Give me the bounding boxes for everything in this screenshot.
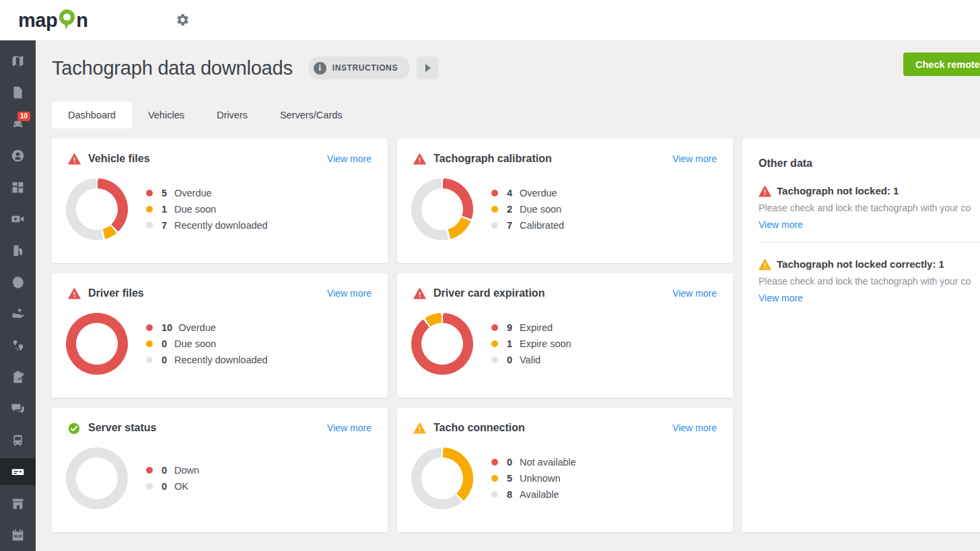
legend-value: 1 — [507, 338, 514, 349]
sidebar-item-alert-seal[interactable] — [0, 268, 36, 295]
legend-value: 1 — [162, 204, 168, 215]
legend-row: 5Unknown — [491, 470, 576, 486]
sidebar-item-tachograph[interactable] — [0, 458, 36, 485]
sidebar-item-hand-coin[interactable] — [0, 300, 36, 327]
legend-value: 0 — [507, 355, 514, 365]
legend-label: Recently downloaded — [174, 355, 268, 365]
legend-label: Down — [174, 465, 199, 476]
view-more-link[interactable]: View more — [327, 288, 372, 299]
tab-servers-cards[interactable]: Servers/Cards — [264, 102, 359, 128]
legend-row: 8Available — [491, 486, 576, 503]
view-more-link[interactable]: View more — [672, 288, 717, 299]
logo-text-n: n — [76, 7, 88, 34]
page-title: Tachograph data downloads — [52, 57, 293, 79]
card-header: Tachograph calibrationView more — [397, 139, 733, 165]
sidebar-item-user[interactable] — [0, 142, 36, 169]
other-item-title: Tachograph not locked: 1 — [777, 185, 899, 196]
card-body: 5Overdue1Due soon7Recently downloaded — [52, 165, 388, 263]
video-camera-icon — [11, 212, 25, 226]
legend-value: 4 — [507, 188, 514, 198]
view-more-link[interactable]: View more — [759, 293, 803, 303]
legend-dot — [491, 475, 498, 482]
sidebar-item-route-pins[interactable] — [0, 332, 36, 359]
warning-red-icon — [413, 153, 426, 165]
view-more-link[interactable]: View more — [327, 423, 372, 433]
card-title: Tachograph calibration — [433, 153, 552, 165]
chart-legend: 5Overdue1Due soon7Recently downloaded — [146, 185, 268, 233]
view-more-link[interactable]: View more — [759, 219, 803, 230]
legend-value: 8 — [507, 489, 514, 500]
calendar-new-icon: NEW — [11, 528, 25, 542]
sidebar-item-document[interactable] — [0, 79, 36, 106]
legend-value: 9 — [507, 322, 514, 333]
sidebar-item-calendar-new[interactable]: NEW — [0, 521, 36, 548]
legend-value: 0 — [162, 338, 168, 349]
sidebar-item-transport[interactable] — [0, 427, 36, 453]
legend-dot — [146, 324, 153, 331]
user-icon — [11, 149, 25, 163]
legend-label: Overdue — [174, 188, 212, 198]
sidebar-item-fleet-car[interactable]: 10 — [0, 110, 36, 137]
donut-chart — [411, 178, 473, 240]
other-item-header: Tachograph not locked: 1 — [759, 185, 980, 196]
logo-text-map: map — [18, 7, 57, 34]
legend-dot — [491, 340, 498, 347]
legend-value: 7 — [507, 220, 514, 231]
other-item-header: Tachograph not locked correctly: 1 — [759, 258, 980, 270]
chart-legend: 10Overdue0Due soon0Recently downloaded — [146, 320, 268, 368]
legend-row: 5Overdue — [146, 185, 268, 201]
legend-value: 0 — [162, 355, 168, 365]
sidebar-item-store[interactable] — [0, 490, 36, 517]
legend-row: 0Down — [146, 462, 199, 478]
donut-chart — [411, 313, 473, 375]
check-remote-download-button[interactable]: Check remote d — [903, 52, 980, 76]
legend-row: 1Expire soon — [491, 336, 571, 352]
tab-bar: DashboardVehiclesDriversServers/Cards — [52, 102, 980, 128]
play-video-button[interactable] — [417, 57, 438, 79]
warning-red-icon — [68, 153, 81, 165]
legend-dot — [491, 324, 498, 331]
sidebar-item-video-camera[interactable] — [0, 205, 36, 232]
card-title: Server status — [88, 422, 156, 434]
legend-value: 0 — [162, 481, 168, 492]
view-more-link[interactable]: View more — [327, 153, 372, 164]
instructions-button[interactable]: i INSTRUCTIONS — [308, 57, 410, 79]
legend-label: Due soon — [174, 204, 216, 215]
sidebar-item-chat[interactable] — [0, 395, 36, 422]
mapon-logo[interactable]: map n — [18, 7, 88, 34]
sidebar-item-fuel[interactable] — [0, 237, 36, 264]
legend-value: 7 — [162, 220, 168, 231]
settings-gear-icon[interactable] — [176, 13, 190, 27]
legend-row: 10Overdue — [146, 320, 268, 336]
card-title: Driver files — [88, 287, 144, 299]
legend-dot — [491, 491, 498, 498]
sidebar-item-dashboard-grid[interactable] — [0, 174, 36, 200]
legend-dot — [146, 340, 153, 347]
legend-value: 5 — [507, 473, 514, 484]
other-item-description: Please check and lock the tachograph wit… — [759, 276, 980, 287]
legend-label: Calibrated — [520, 220, 564, 231]
sidebar-item-map[interactable] — [0, 47, 36, 74]
card-header: Driver card expirationView more — [397, 273, 733, 299]
chart-legend: 0Not available5Unknown8Available — [491, 454, 576, 503]
legend-row: 0OK — [146, 478, 199, 494]
card-title: Vehicle files — [88, 153, 150, 165]
tab-dashboard[interactable]: Dashboard — [52, 102, 132, 128]
tab-vehicles[interactable]: Vehicles — [132, 102, 201, 128]
donut-chart — [66, 313, 128, 375]
donut-chart — [66, 178, 128, 240]
legend-dot — [146, 357, 153, 363]
transport-icon — [11, 433, 25, 447]
sidebar-item-clipboard-edit[interactable] — [0, 363, 36, 390]
view-more-link[interactable]: View more — [672, 423, 717, 433]
legend-label: Recently downloaded — [174, 220, 268, 231]
legend-label: Due soon — [174, 338, 216, 349]
notification-badge: 10 — [18, 112, 30, 121]
legend-row: 9Expired — [491, 320, 571, 336]
chart-legend: 4Overdue2Due soon7Calibrated — [491, 185, 564, 233]
instructions-label: INSTRUCTIONS — [332, 63, 398, 73]
view-more-link[interactable]: View more — [672, 153, 717, 164]
legend-value: 2 — [507, 204, 514, 215]
other-item-description: Please check and lock the tachograph wit… — [759, 203, 980, 213]
tab-drivers[interactable]: Drivers — [201, 102, 264, 128]
